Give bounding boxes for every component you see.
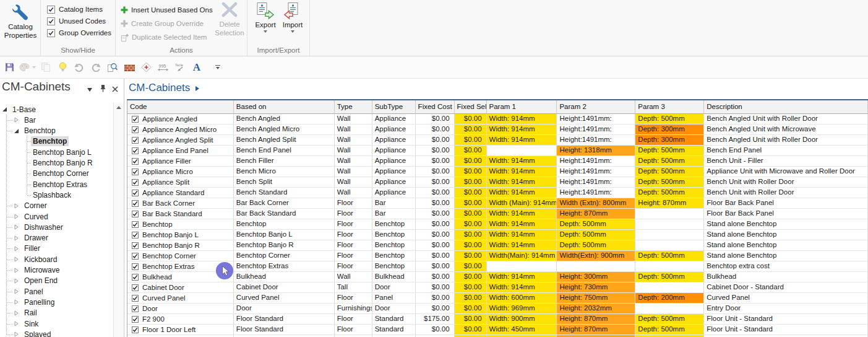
checkbox-icon[interactable] <box>47 6 55 14</box>
checkbox-unused-codes[interactable]: Unused Codes <box>47 16 106 26</box>
table-row[interactable]: Floor 1 Door LeftFloor StandardFloorStan… <box>127 325 868 335</box>
checkbox-icon[interactable] <box>47 29 55 37</box>
tree-collapsed-icon[interactable] <box>14 235 19 241</box>
row-checkbox[interactable] <box>132 263 139 270</box>
table-row[interactable]: Appliance MicroBench MicroWallAppliance$… <box>127 167 868 177</box>
row-checkbox[interactable] <box>132 326 139 333</box>
table-row[interactable]: Benchtop Banjo LBenchtop Banjo LFloorBen… <box>127 230 868 240</box>
tree-item-1-base[interactable]: 1-Base <box>0 104 113 115</box>
tree-expanded-icon[interactable] <box>14 128 19 134</box>
table-row[interactable]: DoorDoorFurnishingsDoor$0.00$0.00Width: … <box>127 304 868 314</box>
table-row[interactable]: Cabinet DoorCabinet DoorTallDoor$0.00$0.… <box>127 282 868 293</box>
tree-collapsed-icon[interactable] <box>14 117 19 123</box>
tree-item-filler[interactable]: Filler <box>0 243 113 254</box>
bulb-icon[interactable] <box>56 60 69 75</box>
table-row[interactable]: BulkheadBulkheadWallBulkhead$0.00$0.00Wi… <box>127 272 868 282</box>
column-header-description[interactable]: Description <box>704 100 868 114</box>
column-header-type[interactable]: Type <box>335 100 372 114</box>
column-header-param-1[interactable]: Param 1 <box>487 100 557 114</box>
tree-item-open-end[interactable]: Open End <box>0 276 113 286</box>
row-checkbox[interactable] <box>132 274 139 281</box>
tree-item-sink[interactable]: Sink <box>0 318 113 329</box>
row-checkbox[interactable] <box>132 200 139 207</box>
row-checkbox[interactable] <box>132 126 139 133</box>
tree-collapsed-icon[interactable] <box>14 203 19 209</box>
table-row[interactable]: Appliance FillerBench FillerWallApplianc… <box>127 156 868 167</box>
paste-icon[interactable] <box>39 60 53 75</box>
table-row[interactable]: F2 900Floor StandardFloorStandard$175.00… <box>127 314 868 325</box>
table-row[interactable]: Appliance SplitBench SplitWallAppliance$… <box>127 177 868 188</box>
row-checkbox[interactable] <box>132 158 139 165</box>
export-button[interactable]: Export <box>252 2 278 33</box>
row-checkbox[interactable] <box>132 168 139 175</box>
tree-item-rail[interactable]: Rail <box>0 308 113 318</box>
column-header-fixed-cost[interactable]: Fixed Cost <box>416 100 455 114</box>
catalog-properties-button[interactable]: Catalog Properties <box>2 2 39 40</box>
panel-dropdown-icon[interactable] <box>87 88 92 92</box>
tree-item-curved[interactable]: Curved <box>0 211 113 222</box>
diamond-add-icon[interactable] <box>139 60 153 75</box>
action-duplicate-selected-item[interactable]: Duplicate Selected Item <box>121 32 207 42</box>
row-checkbox[interactable] <box>132 305 139 312</box>
tree-collapsed-icon[interactable] <box>14 256 19 262</box>
undo-icon[interactable] <box>72 60 86 75</box>
import-dropdown-caret-icon[interactable] <box>291 30 294 33</box>
close-icon[interactable] <box>112 84 118 95</box>
palette-icon[interactable] <box>19 60 36 75</box>
tree-item-kickboard[interactable]: Kickboard <box>0 254 113 265</box>
row-checkbox[interactable] <box>132 137 139 144</box>
tree-item-benchtop-banjo-r[interactable]: Benchtop Banjo R <box>0 158 113 168</box>
breadcrumb[interactable]: CM-Cabinets <box>129 82 199 94</box>
dimension-icon[interactable]: 995 <box>156 60 170 75</box>
delete-selection-button[interactable]: Delete Selection <box>215 2 244 37</box>
table-row[interactable]: Appliance AngledBench AngledWallApplianc… <box>127 114 868 125</box>
zoom-page-icon[interactable] <box>106 60 119 75</box>
column-header-subtype[interactable]: SubType <box>372 100 416 114</box>
panel-splitter[interactable] <box>124 79 124 337</box>
table-row[interactable]: Appliance StandardBench StandardWallAppl… <box>127 188 868 198</box>
row-checkbox[interactable] <box>132 116 139 123</box>
row-checkbox[interactable] <box>132 211 139 217</box>
column-header-param-3[interactable]: Param 3 <box>635 100 704 114</box>
tree-item-bar[interactable]: Bar <box>0 115 113 125</box>
tree-collapsed-icon[interactable] <box>14 321 19 326</box>
pin-icon[interactable] <box>100 84 106 95</box>
tree-collapsed-icon[interactable] <box>14 214 19 219</box>
scroll-up-icon[interactable] <box>116 106 121 109</box>
column-header-param-2[interactable]: Param 2 <box>557 100 635 114</box>
action-insert-unused-based-ons[interactable]: Insert Unused Based Ons <box>121 5 213 15</box>
column-header-based-on[interactable]: Based on <box>234 100 335 114</box>
checkbox-catalog-items[interactable]: Catalog Items <box>47 4 103 14</box>
row-checkbox[interactable] <box>132 232 139 239</box>
tree-item-benchtop-corner[interactable]: Benchtop Corner <box>0 168 113 179</box>
font-color-icon[interactable]: A <box>190 60 204 75</box>
tree-item-splayed[interactable]: Splayed <box>0 329 113 337</box>
save-icon[interactable] <box>2 60 16 75</box>
tree-item-dishwasher[interactable]: Dishwasher <box>0 222 113 232</box>
tree-collapsed-icon[interactable] <box>14 278 19 284</box>
row-checkbox[interactable] <box>132 316 139 323</box>
tree-scrollbar[interactable] <box>113 102 123 337</box>
tree-item-panel[interactable]: Panel <box>0 286 113 297</box>
row-checkbox[interactable] <box>132 295 139 302</box>
tree-item-splashback[interactable]: Splashback <box>0 190 113 200</box>
table-row[interactable]: Benchtop ExtrasBenchtop ExtrasFloorBench… <box>127 261 868 272</box>
tree-collapsed-icon[interactable] <box>14 224 19 230</box>
toolbar-options-icon[interactable] <box>207 60 220 75</box>
tree-item-benchtop[interactable]: Benchtop <box>0 126 113 136</box>
tree-collapsed-icon[interactable] <box>14 246 19 252</box>
action-create-group-override[interactable]: Create Group Override <box>121 19 204 28</box>
brick-wall-icon[interactable] <box>122 60 136 75</box>
tree-item-benchtop-banjo-l[interactable]: Benchtop Banjo L <box>0 147 113 157</box>
checkbox-icon[interactable] <box>47 17 55 25</box>
table-row[interactable]: Appliance End PanelBench End PanelWallAp… <box>127 146 868 156</box>
table-row[interactable]: BenchtopBenchtopFloorBenchtop$0.00$0.00W… <box>127 219 868 230</box>
import-button[interactable]: Import <box>280 2 306 33</box>
row-checkbox[interactable] <box>132 253 139 260</box>
tree-item-corner[interactable]: Corner <box>0 201 113 211</box>
row-checkbox[interactable] <box>132 190 139 196</box>
table-row[interactable]: Bar Back CornerBar Back CornerFloorBar$0… <box>127 198 868 209</box>
tree-collapsed-icon[interactable] <box>14 268 19 273</box>
table-row[interactable]: Benchtop CornerBenchtop CornerFloorBench… <box>127 251 868 261</box>
table-row[interactable]: Appliance Angled SplitBench Angled Split… <box>127 135 868 146</box>
